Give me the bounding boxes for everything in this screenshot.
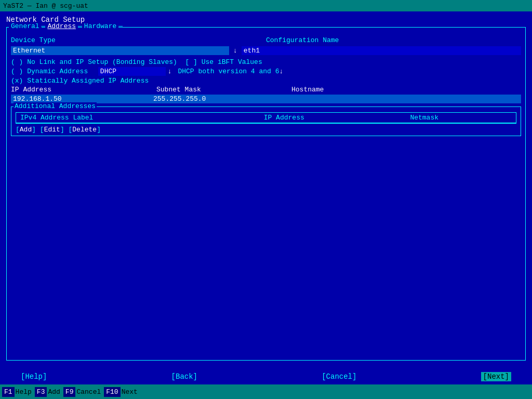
tab-hardware[interactable]: Hardware <box>82 22 118 30</box>
f1-label[interactable]: Help <box>15 387 35 397</box>
fkey-bar: F1 Help F3 Add F9 Cancel F10 Next <box>0 384 532 399</box>
titlebar: YaST2 — Ian @ scg-uat <box>0 0 532 11</box>
hostname-label: Hostname <box>291 86 521 94</box>
additional-addresses-legend: Additional Addresses <box>14 102 97 110</box>
address-table-container: IPv4 Address Label IP Address Netmask <box>16 112 516 124</box>
config-name-field[interactable] <box>242 46 521 55</box>
f1-key: F1 <box>2 387 15 397</box>
address-action-buttons: [Add] [Edit] [Delete] <box>14 126 518 134</box>
subnet-mask-label: Subnet Mask <box>156 86 291 94</box>
col-ip-address: IP Address <box>260 113 406 123</box>
edit-button[interactable]: Edit <box>44 126 60 134</box>
device-config-fields: ↓ <box>11 46 521 55</box>
ip-address-label: IP Address <box>11 86 156 94</box>
f9-label[interactable]: Cancel <box>75 387 104 397</box>
config-left: Device Type <box>11 36 266 44</box>
radio-no-link-text: ( ) No Link and IP Setup (Bonding Slaves… <box>11 58 262 66</box>
f9-key: F9 <box>63 387 76 397</box>
dhcp-desc: DHCP both version 4 and 6↓ <box>174 68 284 75</box>
device-type-field[interactable] <box>11 46 229 55</box>
main-content: Network Card Setup General — Address — H… <box>0 11 532 369</box>
additional-addresses-panel: Additional Addresses IPv4 Address Label … <box>11 107 521 136</box>
f10-label[interactable]: Next <box>121 387 141 397</box>
panel: General — Address — Hardware — Device Ty… <box>6 27 526 361</box>
f3-key: F3 <box>35 387 47 397</box>
tab-bar: General — Address — Hardware — <box>9 22 123 30</box>
radio-static[interactable]: (x) Statically Assigned IP Address <box>11 77 521 85</box>
tab-general[interactable]: General <box>9 22 42 30</box>
add-button[interactable]: Add <box>20 126 32 134</box>
col-ipv4-label: IPv4 Address Label <box>16 113 260 123</box>
config-row: Device Type Configuration Name <box>11 36 521 44</box>
nav-bar: [Help] [Back] [Cancel] [Next] <box>0 369 532 384</box>
address-table-header: IPv4 Address Label IP Address Netmask <box>16 113 516 123</box>
tab-address[interactable]: Address <box>45 22 78 30</box>
address-table: IPv4 Address Label IP Address Netmask <box>16 113 516 123</box>
radio-static-text: (x) Statically Assigned IP Address <box>11 77 149 85</box>
hostname-field[interactable] <box>286 95 521 103</box>
f3-label[interactable]: Add <box>47 387 63 397</box>
panel-body: Device Type Configuration Name ↓ ( ) No … <box>11 30 521 136</box>
delete-button[interactable]: Delete <box>72 126 97 134</box>
f10-key: F10 <box>104 387 120 397</box>
subnet-mask-field[interactable] <box>151 95 286 103</box>
next-button[interactable]: [Next] <box>481 372 511 381</box>
back-button[interactable]: [Back] <box>171 373 197 381</box>
dhcp-field[interactable] <box>98 67 166 76</box>
config-right: Configuration Name <box>266 36 521 44</box>
titlebar-text: YaST2 — Ian @ scg-uat <box>3 2 88 10</box>
cancel-button[interactable]: [Cancel] <box>322 373 356 381</box>
ip-labels: IP Address Subnet Mask Hostname <box>11 86 521 94</box>
config-name-label: Configuration Name <box>266 36 339 44</box>
radio-no-link[interactable]: ( ) No Link and IP Setup (Bonding Slaves… <box>11 58 521 66</box>
radio-dynamic[interactable]: ( ) Dynamic Address ↓ DHCP both version … <box>11 67 521 76</box>
col-netmask: Netmask <box>406 113 516 123</box>
help-button[interactable]: [Help] <box>21 373 47 381</box>
radio-dynamic-text: ( ) Dynamic Address <box>11 68 96 75</box>
device-type-label: Device Type <box>11 36 56 44</box>
